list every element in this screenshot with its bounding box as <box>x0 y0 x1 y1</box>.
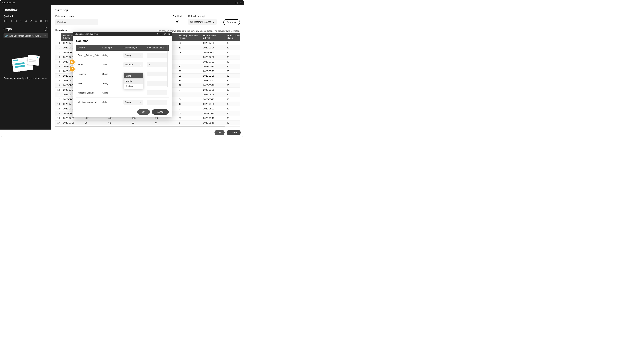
column-header[interactable]: Report_Perio(String) <box>224 33 240 41</box>
column-row: Meeting_CreatedString <box>76 88 169 97</box>
minimize-icon[interactable]: — <box>231 1 233 4</box>
steps-header: Steps + <box>4 27 48 31</box>
default-value-input[interactable] <box>147 81 167 86</box>
settings-heading: Settings <box>55 8 240 12</box>
preview-heading: Preview <box>55 29 67 32</box>
layout-icon[interactable] <box>9 19 12 23</box>
info-icon[interactable]: i <box>202 15 205 17</box>
modal-ok-button[interactable]: OK <box>137 109 150 115</box>
data-source-input[interactable] <box>55 19 98 25</box>
default-value-input[interactable] <box>147 53 167 58</box>
modal-help-icon[interactable]: ? <box>157 33 158 35</box>
new-type-select[interactable]: String⌄ <box>124 53 143 58</box>
sidebar-illustration: Process your data by using predefined st… <box>4 55 48 79</box>
list-icon[interactable] <box>34 19 38 23</box>
column-name: Send <box>76 60 100 69</box>
step-item-label: Add Base Data Source (MsGraphAPI_... <box>9 34 42 37</box>
dropdown-option-boolean[interactable]: Boolean <box>124 84 143 89</box>
column-type: String <box>100 51 122 60</box>
column-row: SendStringNumber⌄ <box>76 60 169 69</box>
column-row: ReceiveStringString⌄ <box>76 69 169 79</box>
modal-titlebar: Change column data type ? — ▢ ✕ <box>73 32 172 36</box>
add-step-icon[interactable]: + <box>44 27 48 31</box>
calculator-icon[interactable] <box>45 19 48 23</box>
trash-icon[interactable] <box>19 19 22 23</box>
column-type: String <box>100 69 122 79</box>
calendar-icon[interactable] <box>14 19 17 23</box>
maximize-icon[interactable]: ▢ <box>236 1 238 4</box>
enabled-label: Enabled <box>173 15 182 17</box>
window-titlebar: Add dataflow ? — ▢ ✕ <box>0 0 244 5</box>
step-badge-6: 6 <box>69 59 75 65</box>
chevron-down-icon: ⌄ <box>140 101 142 103</box>
svg-rect-0 <box>4 20 6 22</box>
venn-icon[interactable] <box>40 19 43 23</box>
svg-rect-1 <box>9 20 12 22</box>
help-icon[interactable]: ? <box>227 1 228 4</box>
modal-title: Change column data type <box>75 33 157 35</box>
column-row: Meeting_InteractedStringString⌄ <box>76 97 169 107</box>
quick-add-toolbar <box>4 19 48 23</box>
th-column: Column <box>76 45 100 51</box>
svg-rect-2 <box>14 20 16 22</box>
window-title: Add dataflow <box>2 1 227 4</box>
horizontal-scrollbar[interactable] <box>55 126 240 127</box>
sidebar: Dataflow Quick add Steps + 🔗 Add Base Da… <box>0 5 51 130</box>
table-row[interactable]: 172023-07-05365231052023-06-1830 <box>55 120 240 125</box>
column-type: String <box>100 88 122 97</box>
step-badge-7: 7 <box>69 66 75 72</box>
modal-minimize-icon[interactable]: — <box>160 33 162 35</box>
column-row: ReadString <box>76 79 169 88</box>
column-type: String <box>100 79 122 88</box>
column-name: Meeting_Interacted <box>76 97 100 107</box>
footer-ok-button[interactable]: OK <box>214 130 224 135</box>
new-type-select[interactable]: Number⌄ <box>124 62 143 67</box>
link-icon: 🔗 <box>5 34 8 37</box>
column-name: Meeting_Created <box>76 88 100 97</box>
chevron-down-icon: ⌄ <box>140 63 142 66</box>
column-type: String <box>100 97 122 107</box>
close-icon[interactable]: ✕ <box>240 1 242 4</box>
th-new-type: New data type <box>122 45 145 51</box>
sidebar-caption: Process your data by using predefined st… <box>4 77 48 79</box>
column-row: Report_Refresh_DateStringString⌄ <box>76 51 169 60</box>
default-value-input[interactable] <box>147 100 167 105</box>
modal-cancel-button[interactable]: Cancel <box>152 109 169 115</box>
column-header[interactable]: Meeting_Interacted(String) <box>177 33 201 41</box>
column-type: String <box>100 60 122 69</box>
steps-label: Steps <box>4 27 12 31</box>
chevron-down-icon: ⌄ <box>140 54 142 56</box>
window-controls: ? — ▢ ✕ <box>227 1 242 4</box>
svg-rect-5 <box>46 20 47 22</box>
modal-scrollbar[interactable] <box>168 45 168 87</box>
filter-icon[interactable] <box>29 19 32 23</box>
data-source-label: Data source name <box>55 15 98 17</box>
default-value-input[interactable] <box>147 90 167 95</box>
column-name: Receive <box>76 69 100 79</box>
th-new-default: New default value <box>145 45 169 51</box>
chevron-down-icon: ⌄ <box>213 21 215 23</box>
refresh-icon[interactable] <box>24 19 27 23</box>
column-header[interactable]: Report_Date(String) <box>201 33 224 41</box>
modal-maximize-icon[interactable]: ▢ <box>164 33 166 35</box>
modal-heading: Columns <box>76 39 169 43</box>
add-table-icon[interactable] <box>4 19 7 23</box>
change-type-modal: Change column data type ? — ▢ ✕ Columns … <box>72 31 172 117</box>
sources-button[interactable]: Sources <box>224 19 240 25</box>
sidebar-title: Dataflow <box>4 8 48 12</box>
footer-cancel-button[interactable]: Cancel <box>226 130 241 135</box>
default-value-input[interactable] <box>147 71 167 76</box>
more-icon[interactable]: ••• <box>44 34 46 37</box>
modal-close-icon[interactable]: ✕ <box>168 33 170 35</box>
enabled-checkbox[interactable] <box>176 20 179 23</box>
th-data-type: Data type <box>100 45 122 51</box>
dropdown-option-number[interactable]: Number <box>124 78 143 84</box>
dropdown-option-string[interactable]: String <box>124 73 143 78</box>
reload-state-label: Reload state <box>188 15 202 17</box>
step-item[interactable]: 🔗 Add Base Data Source (MsGraphAPI_... •… <box>4 33 48 38</box>
reload-state-dropdown[interactable]: On Dataflow Source ⌄ <box>188 19 216 25</box>
add-step-button[interactable]: Add step <box>4 130 20 135</box>
type-dropdown-menu: String Number Boolean <box>124 73 144 89</box>
default-value-input[interactable] <box>147 62 167 67</box>
new-type-select[interactable]: String⌄ <box>124 100 143 105</box>
